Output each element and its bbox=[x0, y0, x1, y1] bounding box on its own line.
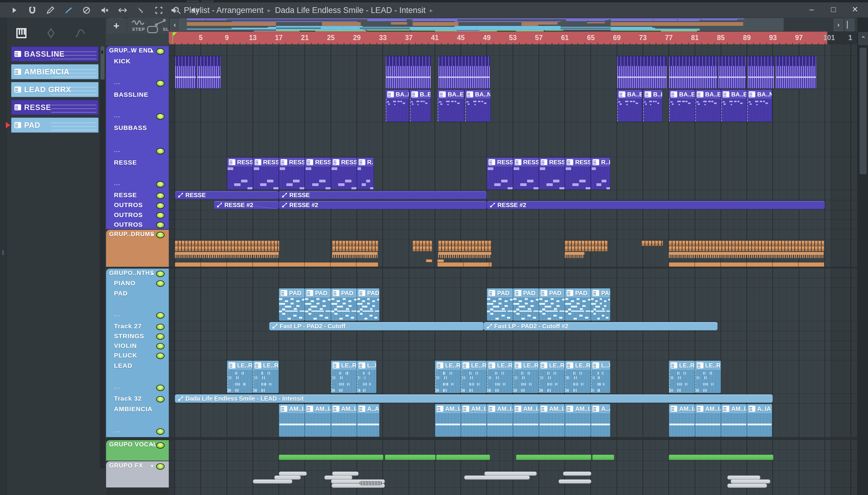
fx-group-clip[interactable] bbox=[464, 475, 530, 480]
track-mute-led[interactable] bbox=[156, 442, 164, 448]
drum-group-clip[interactable] bbox=[565, 241, 608, 246]
fx-group-clip[interactable] bbox=[558, 479, 592, 483]
drum-group-clip[interactable] bbox=[332, 252, 378, 258]
mute-tool-icon[interactable] bbox=[100, 5, 110, 15]
track-mute-led[interactable] bbox=[156, 353, 164, 359]
pattern-clip-le..rx[interactable]: LE..RX bbox=[669, 361, 695, 393]
track-header-track32[interactable]: Track 32 bbox=[106, 394, 169, 404]
pattern-clip-a..ia[interactable]: A..IA bbox=[747, 404, 772, 437]
automation-clip[interactable]: RESSE bbox=[175, 191, 279, 199]
playlist-grid[interactable]: BA..NEB..EBA..EBA..NEBA..EB..EBA..EBA..E… bbox=[169, 44, 857, 495]
pattern-clip-r..e[interactable]: R..E bbox=[591, 157, 610, 190]
audio-clip-kick[interactable] bbox=[385, 56, 431, 89]
drum-group-clip[interactable] bbox=[669, 246, 824, 252]
pattern-clip-b..e[interactable]: B..E bbox=[410, 89, 431, 122]
track-mute-led[interactable] bbox=[156, 385, 164, 391]
step-toggle[interactable] bbox=[147, 26, 158, 33]
minimize-button[interactable]: – bbox=[806, 5, 817, 14]
pattern-clip-am..ia[interactable]: AM..IA bbox=[695, 404, 721, 437]
pattern-clip-resse[interactable]: RESSE bbox=[487, 157, 513, 190]
drum-group-clip[interactable] bbox=[438, 241, 492, 246]
drum-group-clip[interactable] bbox=[332, 246, 378, 252]
pattern-clip-l..x[interactable]: L..X bbox=[357, 361, 377, 393]
audio-clip-kick[interactable] bbox=[669, 56, 717, 89]
breadcrumb-left[interactable]: Playlist - Arrangement bbox=[184, 6, 263, 15]
pattern-clip-l..x[interactable]: L..X bbox=[591, 361, 610, 393]
pattern-clip-ba..e[interactable]: BA..E bbox=[695, 89, 721, 122]
pattern-clip-b..e[interactable]: B..E bbox=[643, 89, 662, 122]
group-collapse-arrow[interactable]: ▲ bbox=[150, 271, 154, 276]
pattern-clip-le..rx[interactable]: LE..RX bbox=[695, 361, 721, 393]
track-mute-led[interactable] bbox=[156, 113, 164, 120]
pattern-clip-resse[interactable]: RESSE bbox=[565, 157, 591, 190]
automation-clip[interactable]: RESSE bbox=[279, 191, 487, 199]
track-mute-led[interactable] bbox=[156, 212, 164, 219]
track-mute-led[interactable] bbox=[156, 222, 164, 228]
pattern-clip-ba..e[interactable]: BA..E bbox=[437, 89, 464, 122]
pattern-clip-pad[interactable]: PAD bbox=[279, 288, 305, 321]
magnet-tool-icon[interactable] bbox=[27, 5, 37, 15]
track-header-pluck[interactable]: PLUCK bbox=[106, 351, 169, 360]
vertical-scrollbar-thumb[interactable] bbox=[860, 48, 867, 174]
picker-item-bassline[interactable]: BASSLINE bbox=[11, 47, 99, 62]
track-header-subbass[interactable]: SUBBASS... bbox=[106, 122, 169, 157]
track-header-gdrums[interactable]: GRUP..DRUMS▼ bbox=[106, 229, 169, 239]
track-options-dots[interactable]: ... bbox=[114, 311, 121, 318]
group-collapse-arrow[interactable]: ▼ bbox=[150, 442, 154, 447]
vocal-group-clip[interactable] bbox=[436, 455, 490, 460]
track-mute-led[interactable] bbox=[156, 148, 164, 154]
maximize-button[interactable]: □ bbox=[828, 5, 838, 14]
stretch-tool-icon[interactable] bbox=[118, 5, 128, 15]
grid-lane-violin[interactable] bbox=[169, 341, 857, 351]
slip-tool-icon[interactable] bbox=[81, 5, 92, 15]
pattern-clip-le..rx[interactable]: LE..RX bbox=[487, 361, 513, 393]
track-options-dots[interactable]: ... bbox=[114, 427, 121, 434]
track-header-outros1[interactable]: OUTROS bbox=[106, 200, 169, 210]
track-header-ambiencia[interactable]: AMBIENCIA... bbox=[106, 404, 169, 438]
pattern-clip-pad[interactable]: PAD bbox=[565, 288, 591, 321]
vocal-group-clip[interactable] bbox=[279, 455, 383, 460]
drum-group-clip[interactable] bbox=[175, 252, 279, 258]
minimap-scroll-right-button[interactable]: › bbox=[834, 19, 843, 31]
automation-clip[interactable]: RESSE #2 bbox=[487, 201, 825, 209]
track-header-outros3[interactable]: OUTROS bbox=[106, 220, 169, 229]
vocal-group-clip[interactable] bbox=[516, 455, 591, 460]
grid-lane-g1[interactable] bbox=[169, 46, 857, 56]
pattern-clip-ba..e[interactable]: BA..E bbox=[617, 89, 642, 122]
track-header-gsynths[interactable]: GRUPO..NTHS▲ bbox=[106, 268, 169, 278]
track-mute-led[interactable] bbox=[156, 271, 164, 277]
audio-clip-kick[interactable] bbox=[438, 56, 490, 89]
track-header-lead[interactable]: LEAD... bbox=[106, 360, 169, 394]
grid-lane-gvocal[interactable] bbox=[169, 440, 857, 450]
vocal-group-clip[interactable] bbox=[669, 455, 774, 460]
drum-group-clip[interactable] bbox=[175, 262, 378, 267]
pattern-clip-le..rx[interactable]: LE..RX bbox=[435, 361, 461, 393]
fx-group-clip[interactable] bbox=[274, 475, 301, 480]
audio-clip-kick[interactable] bbox=[197, 56, 221, 89]
grid-lane-outros3[interactable] bbox=[169, 220, 857, 229]
track-header-outros2[interactable]: OUTROS bbox=[106, 210, 169, 220]
audio-clip-kick[interactable] bbox=[776, 56, 816, 89]
pattern-clip-am..ia[interactable]: AM..IA bbox=[435, 404, 461, 437]
pattern-clip-pad[interactable]: PAD bbox=[513, 288, 539, 321]
slice-tool-icon[interactable] bbox=[136, 5, 146, 15]
automation-clip[interactable]: Dada Life Endless Smile - LEAD - Intensi… bbox=[175, 394, 773, 403]
breadcrumb-right[interactable]: Dada Life Endless Smile - LEAD - Intensi… bbox=[275, 6, 426, 15]
track-header-kick[interactable]: KICK... bbox=[106, 56, 169, 89]
pattern-clip-resse[interactable]: RESSE bbox=[539, 157, 565, 190]
track-header-resse[interactable]: RESSE... bbox=[106, 157, 169, 190]
pattern-clip-le..rx[interactable]: LE..RX bbox=[253, 361, 279, 393]
audio-clip-kick[interactable] bbox=[617, 56, 667, 89]
pattern-clip-pad[interactable]: PAD bbox=[305, 288, 331, 321]
pattern-clip-pad[interactable]: PAD bbox=[357, 288, 379, 321]
track-header-pad[interactable]: PAD... bbox=[106, 288, 169, 321]
grid-lane-gdrums[interactable] bbox=[169, 229, 857, 239]
grid-lane-gsynths[interactable] bbox=[169, 268, 857, 278]
pattern-clip-am..ia[interactable]: AM..IA bbox=[565, 404, 591, 437]
pattern-clip-le..rx[interactable]: LE..RX bbox=[227, 361, 253, 393]
pattern-clip-pad[interactable]: PAD bbox=[539, 288, 565, 321]
automation-clip[interactable]: Fast LP - PAD2 - Cutoff #2 bbox=[484, 322, 718, 330]
automation-filter-icon[interactable] bbox=[74, 28, 86, 40]
paint-tool-icon[interactable] bbox=[63, 5, 73, 15]
track-mute-led[interactable] bbox=[156, 428, 164, 435]
